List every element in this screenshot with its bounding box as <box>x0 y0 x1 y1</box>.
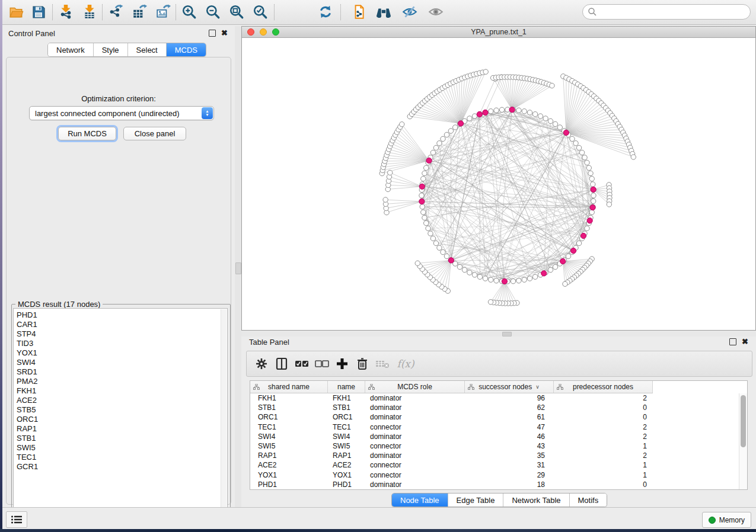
network-node[interactable] <box>420 204 425 209</box>
table-row[interactable]: TEC1TEC1connector472 <box>250 422 739 432</box>
table-row[interactable]: FKH1FKH1dominator962 <box>250 393 739 403</box>
network-node[interactable] <box>422 171 427 175</box>
list-item[interactable]: STP4 <box>17 329 38 339</box>
mcds-dominator-node[interactable] <box>580 233 586 238</box>
mcds-dominator-node[interactable] <box>448 258 454 263</box>
table-row[interactable]: SWI4SWI4dominator462 <box>250 432 739 441</box>
mcds-dominator-node[interactable] <box>560 258 566 264</box>
network-node[interactable] <box>457 264 462 269</box>
column-header-name[interactable]: name <box>328 381 365 393</box>
list-item[interactable]: FKH1 <box>17 386 38 396</box>
tab-network[interactable]: Network <box>48 43 94 56</box>
network-node[interactable] <box>532 111 537 116</box>
close-panel-icon[interactable]: ✖ <box>221 30 228 36</box>
table-row[interactable]: STB1STB1dominator620 <box>250 403 739 412</box>
close-panel-button[interactable]: Close panel <box>123 127 186 140</box>
deselect-all-rows-button[interactable] <box>312 354 332 373</box>
network-node[interactable] <box>441 136 445 141</box>
network-node[interactable] <box>543 116 548 121</box>
run-mcds-button[interactable]: Run MCDS <box>58 127 116 140</box>
mcds-list-scrollbar[interactable] <box>221 309 227 521</box>
mcds-dominator-node[interactable] <box>419 184 425 189</box>
network-node[interactable] <box>430 236 435 241</box>
network-node[interactable] <box>444 254 449 258</box>
network-node[interactable] <box>494 108 499 113</box>
mcds-dominator-node[interactable] <box>509 107 515 113</box>
table-row[interactable]: RAP1RAP1dominator352 <box>250 451 739 460</box>
mcds-result-list[interactable]: PHD1CAR1STP4TID3YOX1SWI4SRD1PMA2FKH1ACE2… <box>13 308 228 523</box>
network-node[interactable] <box>437 245 442 250</box>
network-node[interactable] <box>430 150 435 155</box>
network-node[interactable] <box>428 231 433 236</box>
hide-selected-button[interactable] <box>400 2 420 21</box>
delete-column-button[interactable] <box>352 354 372 373</box>
network-node[interactable] <box>576 145 581 150</box>
network-node[interactable] <box>437 141 442 146</box>
network-node[interactable] <box>433 241 438 245</box>
tab-mcds[interactable]: MCDS <box>167 43 206 56</box>
open-session-button[interactable] <box>6 2 26 21</box>
network-node[interactable] <box>423 220 428 225</box>
network-leaf-node[interactable] <box>631 155 636 159</box>
export-network-button[interactable] <box>106 2 126 21</box>
network-leaf-node[interactable] <box>400 122 404 127</box>
first-neighbors-button[interactable] <box>374 2 394 21</box>
table-row[interactable]: ORC1ORC1dominator610 <box>250 412 739 422</box>
network-node[interactable] <box>538 114 543 118</box>
table-row[interactable]: PHD1PHD1dominator180 <box>250 480 739 489</box>
mcds-dominator-node[interactable] <box>590 205 595 210</box>
column-header-shared-name[interactable]: shared name <box>250 381 328 393</box>
network-canvas[interactable] <box>242 38 755 330</box>
list-item[interactable]: CAR1 <box>17 320 38 329</box>
export-image-button[interactable] <box>153 2 173 21</box>
network-node[interactable] <box>527 276 532 281</box>
column-header-predecessor-nodes[interactable]: predecessor nodes <box>554 381 653 393</box>
mcds-dominator-node[interactable] <box>426 158 432 163</box>
network-node[interactable] <box>591 198 595 203</box>
network-node[interactable] <box>553 264 557 269</box>
network-window-titlebar[interactable]: YPA_prune.txt_1 <box>242 27 755 38</box>
close-panel-icon[interactable]: ✖ <box>742 339 748 345</box>
network-node[interactable] <box>483 276 487 281</box>
mcds-dominator-node[interactable] <box>570 248 576 254</box>
zoom-out-button[interactable] <box>203 2 223 21</box>
network-node[interactable] <box>576 241 581 245</box>
network-node[interactable] <box>527 110 532 115</box>
network-node[interactable] <box>585 226 589 230</box>
mcds-dominator-node[interactable] <box>477 111 482 117</box>
table-scrollbar[interactable] <box>739 393 747 489</box>
mcds-dominator-node[interactable] <box>591 187 596 192</box>
list-item[interactable]: PHD1 <box>17 310 38 320</box>
network-node[interactable] <box>489 277 493 282</box>
column-header-successor-nodes[interactable]: successor nodes∨ <box>465 381 554 393</box>
mcds-dominator-node[interactable] <box>419 199 425 204</box>
list-item[interactable]: TID3 <box>17 339 38 348</box>
network-node[interactable] <box>570 136 575 141</box>
horizontal-splitter[interactable] <box>241 331 756 336</box>
tab-select[interactable]: Select <box>128 43 167 56</box>
network-node[interactable] <box>591 182 595 187</box>
tab-node-table[interactable]: Node Table <box>392 493 448 507</box>
list-item[interactable]: SWI5 <box>17 443 38 453</box>
column-header-MCDS-role[interactable]: MCDS role <box>365 381 465 393</box>
list-item[interactable]: STB5 <box>17 405 38 415</box>
list-item[interactable]: ORC1 <box>17 415 38 424</box>
select-all-rows-button[interactable] <box>292 354 312 373</box>
network-node[interactable] <box>557 125 562 130</box>
save-session-button[interactable] <box>28 2 49 21</box>
optimization-criterion-select[interactable]: largest connected component (undirected)… <box>29 106 214 120</box>
show-task-history-button[interactable] <box>6 511 27 528</box>
network-node[interactable] <box>553 121 557 126</box>
network-leaf-node[interactable] <box>550 83 554 88</box>
tab-network-table[interactable]: Network Table <box>503 493 569 507</box>
mcds-dominator-node[interactable] <box>502 278 507 284</box>
network-node[interactable] <box>462 267 467 272</box>
network-node[interactable] <box>448 129 453 133</box>
network-node[interactable] <box>422 215 427 220</box>
export-table-button[interactable] <box>129 2 149 21</box>
network-node[interactable] <box>467 116 472 121</box>
network-node[interactable] <box>548 118 553 123</box>
mcds-dominator-node[interactable] <box>483 110 488 115</box>
float-panel-icon[interactable] <box>209 30 216 37</box>
create-column-button[interactable] <box>332 354 352 373</box>
